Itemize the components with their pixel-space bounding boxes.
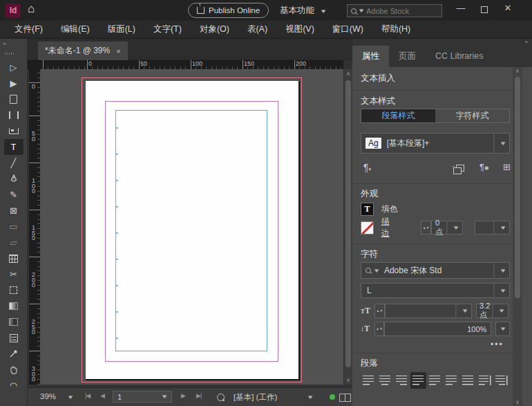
publish-online-button[interactable]: Publish Online: [188, 3, 269, 18]
type-tool[interactable]: T: [4, 139, 23, 155]
menu-item[interactable]: 窗口(W): [323, 21, 372, 38]
close-button[interactable]: ✕: [500, 3, 516, 13]
align-toward-spine-button[interactable]: [477, 372, 493, 389]
page-number-field[interactable]: 1 ▼: [113, 391, 172, 403]
spread-view-icon[interactable]: [339, 394, 351, 402]
stroke-weight-value[interactable]: 0 点 ▼: [431, 221, 463, 234]
font-size-stepper[interactable]: ▲▼: [374, 304, 385, 318]
menu-item[interactable]: 文件(F): [6, 21, 52, 38]
fill-label[interactable]: 填色: [381, 203, 398, 215]
vertical-scale-dropdown[interactable]: ▼: [495, 322, 510, 336]
clear-overrides-icon[interactable]: ¶✱: [479, 162, 489, 172]
justify-right-button[interactable]: [444, 372, 459, 389]
last-page-button[interactable]: ▶|: [196, 392, 201, 399]
horizontal-ruler[interactable]: 050100150200: [40, 60, 343, 69]
stroke-label[interactable]: 描边: [381, 216, 397, 239]
paragraph-style-dropdown[interactable]: Ag [基本段落]+ ▼: [361, 133, 510, 154]
menu-item[interactable]: 视图(V): [276, 21, 323, 38]
selection-tool[interactable]: ▷: [4, 59, 23, 75]
indesign-logo-icon[interactable]: Id: [6, 3, 21, 17]
preflight-chevron-icon[interactable]: ▼: [306, 394, 314, 400]
next-page-button[interactable]: ▶: [181, 392, 185, 399]
character-style-tab[interactable]: 字符样式: [435, 109, 509, 122]
rectangle-frame-tool[interactable]: ⊠: [4, 203, 23, 219]
line-tool[interactable]: ╱: [4, 155, 23, 171]
menu-item[interactable]: 帮助(H): [372, 21, 419, 38]
align-center-button[interactable]: [377, 372, 393, 389]
frame-grid-tool[interactable]: [4, 250, 23, 266]
document-close-icon[interactable]: ×: [116, 47, 120, 55]
paragraph-options-icon[interactable]: ¶▾: [363, 162, 371, 173]
collapse-dock-icon[interactable]: »: [525, 39, 528, 45]
ruler-origin-box[interactable]: [28, 60, 40, 69]
first-page-button[interactable]: |◀: [85, 392, 90, 399]
free-transform-tool[interactable]: [4, 282, 23, 298]
scroll-down-icon[interactable]: ∨: [513, 399, 522, 405]
panel-tab-页面[interactable]: 页面: [389, 46, 426, 67]
hand-tool[interactable]: [4, 362, 23, 378]
preflight-menu-icon[interactable]: [217, 394, 225, 401]
panel-tab-属性[interactable]: 属性: [352, 46, 389, 67]
workspace-switcher[interactable]: 基本功能 ▼: [280, 5, 326, 17]
stroke-weight-stepper[interactable]: ▲▼: [421, 221, 431, 234]
paragraph-style-tab[interactable]: 段落样式: [361, 109, 435, 122]
eyedropper-tool[interactable]: [4, 346, 23, 362]
zoom-level-value[interactable]: 39%: [40, 392, 56, 400]
pencil-tool[interactable]: ✎: [4, 187, 23, 203]
pen-tool[interactable]: [4, 171, 23, 187]
minimize-button[interactable]: —: [453, 3, 469, 13]
font-style-dropdown[interactable]: L ▼: [361, 283, 510, 298]
zoom-tool[interactable]: ◠: [4, 378, 23, 394]
document-canvas[interactable]: [40, 69, 343, 385]
scrollbar-thumb[interactable]: [345, 80, 351, 367]
content-collector-tool[interactable]: [4, 123, 23, 139]
gradient-feather-tool[interactable]: [4, 314, 23, 330]
search-input[interactable]: ▼ Adobe Stock: [347, 4, 442, 17]
polygon-tool[interactable]: ▱: [4, 234, 23, 250]
vertical-scale-field[interactable]: 100%: [384, 322, 491, 336]
scrollbar-thumb[interactable]: [515, 77, 520, 298]
page-tool[interactable]: [4, 91, 23, 107]
load-styles-icon[interactable]: [453, 164, 464, 174]
stroke-none-swatch-icon[interactable]: [361, 221, 374, 234]
rectangle-tool[interactable]: ▭: [4, 219, 23, 234]
justify-all-button[interactable]: [460, 372, 476, 389]
justify-center-button[interactable]: [427, 372, 443, 389]
document-tab[interactable]: *未命名-1 @ 39% ×: [38, 41, 128, 60]
panel-scrollbar[interactable]: ∧ ∨: [513, 67, 522, 406]
collapse-panel-icon[interactable]: »: [3, 40, 6, 47]
direct-selection-tool[interactable]: ▶: [4, 75, 23, 91]
panel-grip-icon[interactable]: [5, 53, 15, 55]
gap-tool[interactable]: [4, 107, 23, 123]
panel-tab-CC Libraries[interactable]: CC Libraries: [426, 46, 493, 67]
font-size-dropdown[interactable]: ▼: [385, 304, 472, 318]
menu-item[interactable]: 表(A): [238, 21, 276, 38]
justify-left-button[interactable]: [410, 372, 426, 389]
font-family-dropdown[interactable]: ▼ Adobe 宋体 Std ▼: [361, 262, 510, 279]
scroll-up-icon[interactable]: ∧: [344, 71, 352, 77]
home-icon[interactable]: ⌂: [28, 2, 35, 16]
gradient-swatch-tool[interactable]: [4, 298, 23, 314]
vertical-ruler[interactable]: 05 01 0 01 5 02 0 02 5 03 0 0: [29, 69, 40, 385]
vertical-scale-stepper[interactable]: ▲▼: [374, 322, 385, 336]
align-away-spine-button[interactable]: [493, 372, 509, 389]
scroll-down-icon[interactable]: ∨: [344, 377, 352, 383]
zoom-chevron-icon[interactable]: ▼: [66, 394, 74, 400]
menu-item[interactable]: 对象(O): [191, 21, 238, 38]
menu-item[interactable]: 编辑(E): [52, 21, 99, 38]
menu-item[interactable]: 文字(T): [144, 21, 191, 38]
more-options-button[interactable]: •••: [491, 340, 532, 349]
new-style-icon[interactable]: ⊞: [503, 162, 511, 172]
leading-value-dropdown[interactable]: 3.2 点 ▼: [476, 304, 509, 318]
scissors-tool[interactable]: ✂: [4, 266, 23, 282]
fill-color-swatch-icon[interactable]: T: [361, 203, 374, 216]
previous-page-button[interactable]: ◀: [100, 392, 104, 399]
text-frame[interactable]: [115, 110, 267, 351]
scroll-up-icon[interactable]: ∧: [513, 68, 522, 74]
maximize-button[interactable]: [476, 5, 493, 15]
align-right-button[interactable]: [394, 372, 410, 389]
note-tool[interactable]: [4, 330, 23, 346]
preflight-profile-label[interactable]: [基本] (工作): [234, 392, 277, 403]
menu-item[interactable]: 版面(L): [99, 21, 144, 38]
align-left-button[interactable]: [361, 372, 377, 389]
